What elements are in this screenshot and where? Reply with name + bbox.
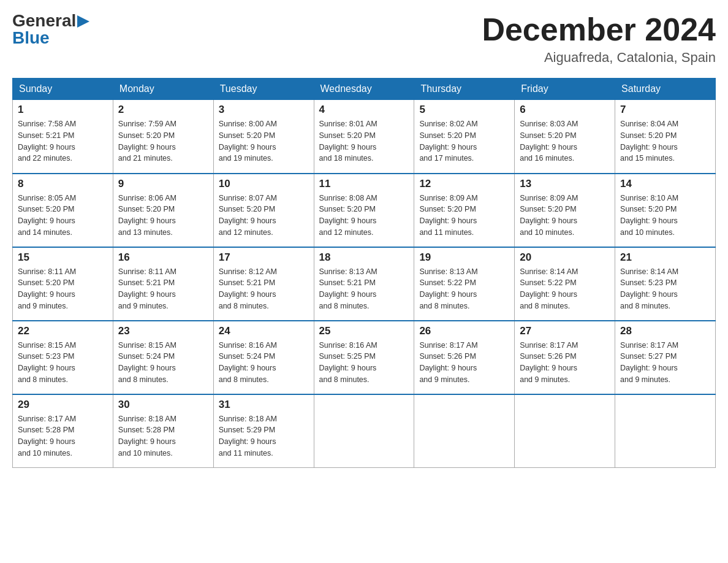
title-section: December 2024 Aiguafreda, Catalonia, Spa… <box>482 12 716 66</box>
month-title: December 2024 <box>482 12 716 47</box>
day-number: 24 <box>219 325 309 337</box>
table-row: 17 Sunrise: 8:12 AM Sunset: 5:21 PM Dayl… <box>213 247 314 321</box>
day-info: Sunrise: 8:17 AM Sunset: 5:26 PM Dayligh… <box>520 340 610 386</box>
day-number: 15 <box>18 251 108 264</box>
day-number: 18 <box>319 251 409 264</box>
day-number: 19 <box>419 251 509 264</box>
table-row: 3 Sunrise: 8:00 AM Sunset: 5:20 PM Dayli… <box>213 100 314 174</box>
header-saturday: Saturday <box>615 79 716 100</box>
day-info: Sunrise: 8:10 AM Sunset: 5:20 PM Dayligh… <box>620 193 710 239</box>
day-info: Sunrise: 8:06 AM Sunset: 5:20 PM Dayligh… <box>118 193 208 239</box>
day-info: Sunrise: 8:09 AM Sunset: 5:20 PM Dayligh… <box>520 193 610 239</box>
day-info: Sunrise: 8:00 AM Sunset: 5:20 PM Dayligh… <box>219 118 309 164</box>
day-number: 6 <box>520 104 610 116</box>
day-info: Sunrise: 8:03 AM Sunset: 5:20 PM Dayligh… <box>520 118 610 164</box>
table-row: 19 Sunrise: 8:13 AM Sunset: 5:22 PM Dayl… <box>414 247 515 321</box>
page-header: General Blue December 2024 Aiguafreda, C… <box>12 12 716 66</box>
header-monday: Monday <box>113 79 213 100</box>
location-subtitle: Aiguafreda, Catalonia, Spain <box>482 50 716 66</box>
day-info: Sunrise: 8:13 AM Sunset: 5:22 PM Dayligh… <box>419 266 509 312</box>
table-row: 29 Sunrise: 8:17 AM Sunset: 5:28 PM Dayl… <box>13 394 113 468</box>
table-row: 21 Sunrise: 8:14 AM Sunset: 5:23 PM Dayl… <box>615 247 716 321</box>
calendar-week-row: 15 Sunrise: 8:11 AM Sunset: 5:20 PM Dayl… <box>13 247 716 321</box>
day-number: 21 <box>620 251 710 264</box>
day-info: Sunrise: 8:14 AM Sunset: 5:23 PM Dayligh… <box>620 266 710 312</box>
table-row: 1 Sunrise: 7:58 AM Sunset: 5:21 PM Dayli… <box>13 100 113 174</box>
day-info: Sunrise: 8:11 AM Sunset: 5:21 PM Dayligh… <box>118 266 208 312</box>
calendar-week-row: 29 Sunrise: 8:17 AM Sunset: 5:28 PM Dayl… <box>13 394 716 468</box>
calendar-header-row: Sunday Monday Tuesday Wednesday Thursday… <box>13 79 716 100</box>
table-row: 18 Sunrise: 8:13 AM Sunset: 5:21 PM Dayl… <box>314 247 414 321</box>
day-info: Sunrise: 7:59 AM Sunset: 5:20 PM Dayligh… <box>118 118 208 164</box>
day-number: 10 <box>219 178 309 190</box>
day-number: 14 <box>620 178 710 190</box>
header-friday: Friday <box>515 79 615 100</box>
table-row: 10 Sunrise: 8:07 AM Sunset: 5:20 PM Dayl… <box>213 174 314 247</box>
day-info: Sunrise: 8:08 AM Sunset: 5:20 PM Dayligh… <box>319 193 409 239</box>
logo-arrow-icon <box>77 15 89 28</box>
table-row: 4 Sunrise: 8:01 AM Sunset: 5:20 PM Dayli… <box>314 100 414 174</box>
table-row <box>414 394 515 468</box>
table-row: 5 Sunrise: 8:02 AM Sunset: 5:20 PM Dayli… <box>414 100 515 174</box>
table-row: 7 Sunrise: 8:04 AM Sunset: 5:20 PM Dayli… <box>615 100 716 174</box>
day-number: 16 <box>118 251 208 264</box>
logo: General Blue <box>12 12 89 47</box>
header-thursday: Thursday <box>414 79 515 100</box>
table-row <box>615 394 716 468</box>
logo-general-text: General <box>12 12 76 29</box>
day-number: 9 <box>118 178 208 190</box>
header-wednesday: Wednesday <box>314 79 414 100</box>
day-number: 29 <box>18 399 108 411</box>
day-number: 13 <box>520 178 610 190</box>
day-info: Sunrise: 8:18 AM Sunset: 5:28 PM Dayligh… <box>118 413 208 459</box>
day-number: 7 <box>620 104 710 116</box>
table-row: 27 Sunrise: 8:17 AM Sunset: 5:26 PM Dayl… <box>515 321 615 394</box>
day-number: 23 <box>118 325 208 337</box>
table-row: 6 Sunrise: 8:03 AM Sunset: 5:20 PM Dayli… <box>515 100 615 174</box>
table-row: 22 Sunrise: 8:15 AM Sunset: 5:23 PM Dayl… <box>13 321 113 394</box>
day-info: Sunrise: 8:01 AM Sunset: 5:20 PM Dayligh… <box>319 118 409 164</box>
day-number: 25 <box>319 325 409 337</box>
day-info: Sunrise: 8:14 AM Sunset: 5:22 PM Dayligh… <box>520 266 610 312</box>
day-number: 8 <box>18 178 108 190</box>
logo-blue-text: Blue <box>12 29 50 47</box>
day-number: 4 <box>319 104 409 116</box>
calendar-week-row: 22 Sunrise: 8:15 AM Sunset: 5:23 PM Dayl… <box>13 321 716 394</box>
day-info: Sunrise: 8:15 AM Sunset: 5:23 PM Dayligh… <box>18 340 108 386</box>
day-number: 20 <box>520 251 610 264</box>
day-number: 17 <box>219 251 309 264</box>
day-info: Sunrise: 8:16 AM Sunset: 5:25 PM Dayligh… <box>319 340 409 386</box>
table-row: 13 Sunrise: 8:09 AM Sunset: 5:20 PM Dayl… <box>515 174 615 247</box>
day-number: 5 <box>419 104 509 116</box>
table-row: 2 Sunrise: 7:59 AM Sunset: 5:20 PM Dayli… <box>113 100 213 174</box>
day-number: 30 <box>118 399 208 411</box>
table-row: 31 Sunrise: 8:18 AM Sunset: 5:29 PM Dayl… <box>213 394 314 468</box>
table-row: 16 Sunrise: 8:11 AM Sunset: 5:21 PM Dayl… <box>113 247 213 321</box>
table-row: 11 Sunrise: 8:08 AM Sunset: 5:20 PM Dayl… <box>314 174 414 247</box>
table-row: 23 Sunrise: 8:15 AM Sunset: 5:24 PM Dayl… <box>113 321 213 394</box>
day-info: Sunrise: 8:02 AM Sunset: 5:20 PM Dayligh… <box>419 118 509 164</box>
day-info: Sunrise: 8:11 AM Sunset: 5:20 PM Dayligh… <box>18 266 108 312</box>
day-info: Sunrise: 8:04 AM Sunset: 5:20 PM Dayligh… <box>620 118 710 164</box>
day-info: Sunrise: 8:12 AM Sunset: 5:21 PM Dayligh… <box>219 266 309 312</box>
table-row: 26 Sunrise: 8:17 AM Sunset: 5:26 PM Dayl… <box>414 321 515 394</box>
day-number: 3 <box>219 104 309 116</box>
table-row: 28 Sunrise: 8:17 AM Sunset: 5:27 PM Dayl… <box>615 321 716 394</box>
day-info: Sunrise: 8:17 AM Sunset: 5:28 PM Dayligh… <box>18 413 108 459</box>
day-info: Sunrise: 8:13 AM Sunset: 5:21 PM Dayligh… <box>319 266 409 312</box>
day-info: Sunrise: 7:58 AM Sunset: 5:21 PM Dayligh… <box>18 118 108 164</box>
day-info: Sunrise: 8:09 AM Sunset: 5:20 PM Dayligh… <box>419 193 509 239</box>
day-number: 27 <box>520 325 610 337</box>
day-number: 12 <box>419 178 509 190</box>
day-info: Sunrise: 8:05 AM Sunset: 5:20 PM Dayligh… <box>18 193 108 239</box>
table-row: 12 Sunrise: 8:09 AM Sunset: 5:20 PM Dayl… <box>414 174 515 247</box>
table-row: 14 Sunrise: 8:10 AM Sunset: 5:20 PM Dayl… <box>615 174 716 247</box>
svg-marker-0 <box>77 15 89 28</box>
day-info: Sunrise: 8:17 AM Sunset: 5:27 PM Dayligh… <box>620 340 710 386</box>
day-number: 1 <box>18 104 108 116</box>
calendar-week-row: 1 Sunrise: 7:58 AM Sunset: 5:21 PM Dayli… <box>13 100 716 174</box>
table-row: 8 Sunrise: 8:05 AM Sunset: 5:20 PM Dayli… <box>13 174 113 247</box>
day-number: 2 <box>118 104 208 116</box>
day-info: Sunrise: 8:18 AM Sunset: 5:29 PM Dayligh… <box>219 413 309 459</box>
day-info: Sunrise: 8:07 AM Sunset: 5:20 PM Dayligh… <box>219 193 309 239</box>
